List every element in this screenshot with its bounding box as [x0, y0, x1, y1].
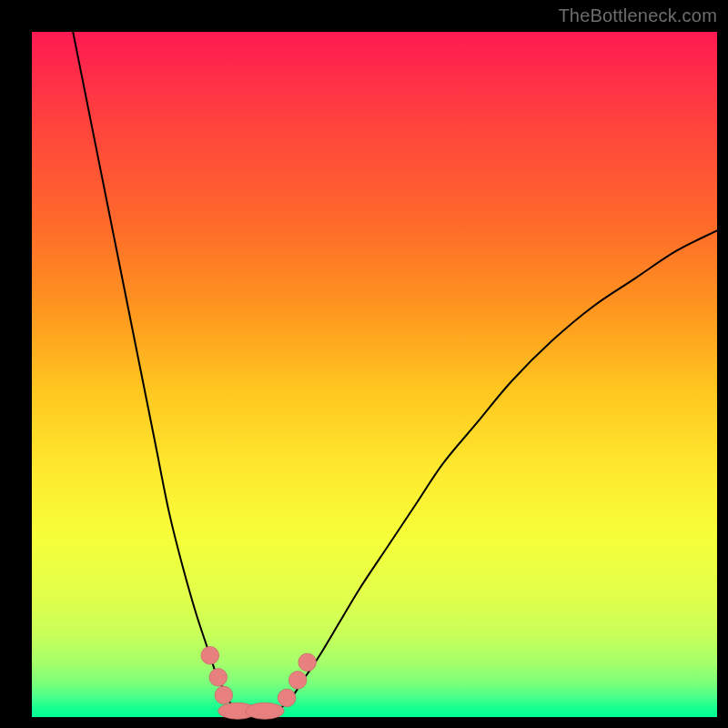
- plot-area: [32, 32, 717, 717]
- watermark-text: TheBottleneck.com: [558, 5, 717, 26]
- valley-marker-oval: [246, 703, 284, 719]
- valley-marker-dot: [201, 646, 219, 664]
- valley-marker-group: [201, 646, 317, 719]
- valley-marker-dot: [278, 689, 296, 707]
- right-bottleneck-curve: [278, 230, 717, 710]
- valley-marker-dot: [215, 686, 233, 704]
- chart-frame: TheBottleneck.com: [0, 0, 728, 728]
- valley-marker-dot: [209, 669, 228, 687]
- valley-marker-dot: [298, 653, 317, 672]
- curve-layer: [32, 32, 717, 717]
- valley-marker-dot: [288, 672, 307, 690]
- left-bottleneck-curve: [73, 32, 238, 710]
